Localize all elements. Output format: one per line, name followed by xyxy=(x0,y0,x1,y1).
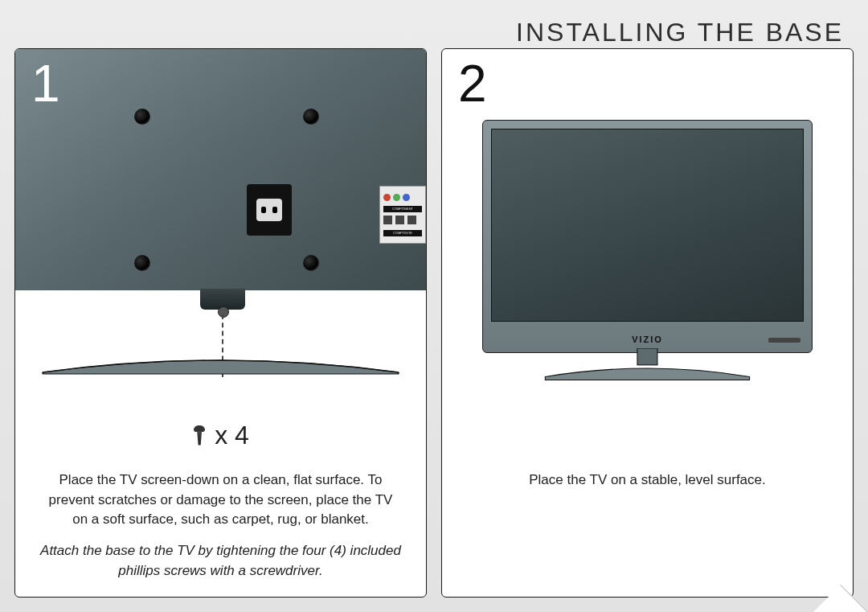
step-1-panel: 1 COMPONENT COMPOSITE xyxy=(14,48,427,598)
screw-icon xyxy=(192,425,207,446)
port-label: COMPOSITE xyxy=(383,230,422,236)
tv-screen xyxy=(491,129,804,322)
panels-row: 1 COMPONENT COMPOSITE xyxy=(14,48,854,598)
mount-hole-icon xyxy=(303,109,319,125)
tv-stand-illustration xyxy=(538,348,756,382)
step-2-caption: Place the TV on a stable, level surface. xyxy=(466,470,829,491)
svg-rect-0 xyxy=(637,348,657,365)
av-ports-panel: COMPONENT COMPOSITE xyxy=(379,186,426,244)
tv-front-illustration: VIZIO xyxy=(482,120,813,353)
step-number: 2 xyxy=(458,54,487,113)
mount-hole-icon xyxy=(134,109,150,125)
tv-bezel: VIZIO xyxy=(482,120,813,353)
mount-hole-icon xyxy=(303,255,319,271)
brand-logo: VIZIO xyxy=(483,335,812,344)
step-number: 1 xyxy=(31,54,60,113)
step-1-caption: Place the TV screen-down on a clean, fla… xyxy=(39,470,402,530)
step-1-caption-secondary: Attach the base to the TV by tightening … xyxy=(39,541,402,581)
screw-count-label: x 4 xyxy=(215,421,249,450)
page-title: INSTALLING THE BASE xyxy=(516,18,844,47)
tv-back-illustration: COMPONENT COMPOSITE xyxy=(15,49,426,290)
ir-sensor-slot xyxy=(768,338,800,343)
base-stand-illustration xyxy=(35,353,407,376)
page-container: INSTALLING THE BASE 1 COMPONENT COMPOSIT… xyxy=(0,0,868,612)
tv-neck-illustration xyxy=(200,289,245,310)
power-port-icon xyxy=(247,184,292,236)
screw-quantity: x 4 xyxy=(15,421,426,450)
step-2-panel: 2 VIZIO Place the TV on a stable, level … xyxy=(441,48,854,598)
port-label: COMPONENT xyxy=(383,206,422,212)
mount-hole-icon xyxy=(134,255,150,271)
